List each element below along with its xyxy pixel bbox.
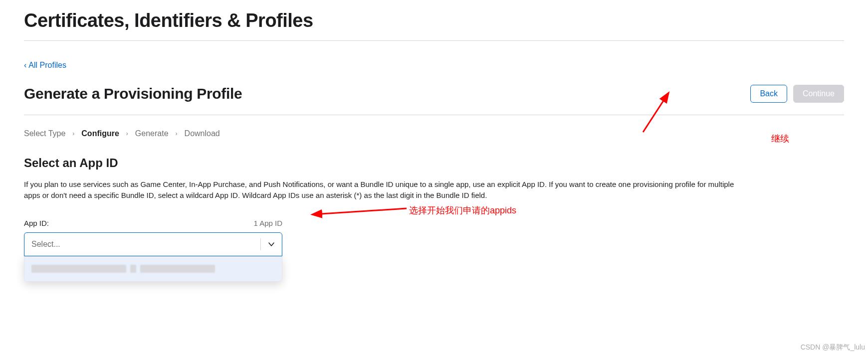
appid-dropdown (24, 256, 282, 282)
section-title: Select an App ID (24, 156, 844, 170)
redacted-text (130, 265, 136, 273)
appid-option[interactable] (24, 256, 282, 281)
chevron-down-icon (260, 238, 275, 250)
continue-button[interactable]: Continue (793, 85, 844, 103)
step-download: Download (185, 129, 220, 138)
appid-select[interactable]: Select... (24, 232, 282, 256)
breadcrumb: Select Type › Configure › Generate › Dow… (24, 129, 844, 138)
chevron-right-icon: › (176, 130, 178, 137)
page-title: Certificates, Identifiers & Profiles (24, 10, 844, 41)
step-generate: Generate (135, 129, 169, 138)
step-select-type[interactable]: Select Type (24, 129, 65, 138)
subpage-title: Generate a Provisioning Profile (24, 85, 242, 102)
chevron-left-icon: ‹ (24, 61, 26, 70)
step-configure: Configure (81, 129, 119, 138)
chevron-right-icon: › (72, 130, 74, 137)
redacted-text (140, 265, 215, 273)
select-placeholder: Select... (31, 240, 60, 249)
action-buttons: Back Continue (750, 85, 844, 103)
watermark: CSDN @暴脾气_lulu (801, 343, 865, 352)
redacted-text (31, 265, 126, 273)
back-button[interactable]: Back (750, 85, 787, 103)
appid-count: 1 App ID (253, 219, 282, 227)
chevron-right-icon: › (126, 130, 128, 137)
back-all-profiles-link[interactable]: ‹ All Profiles (24, 61, 66, 70)
appid-label: App ID: (24, 219, 49, 227)
section-description: If you plan to use services such as Game… (24, 179, 742, 201)
back-link-label: All Profiles (28, 61, 66, 70)
